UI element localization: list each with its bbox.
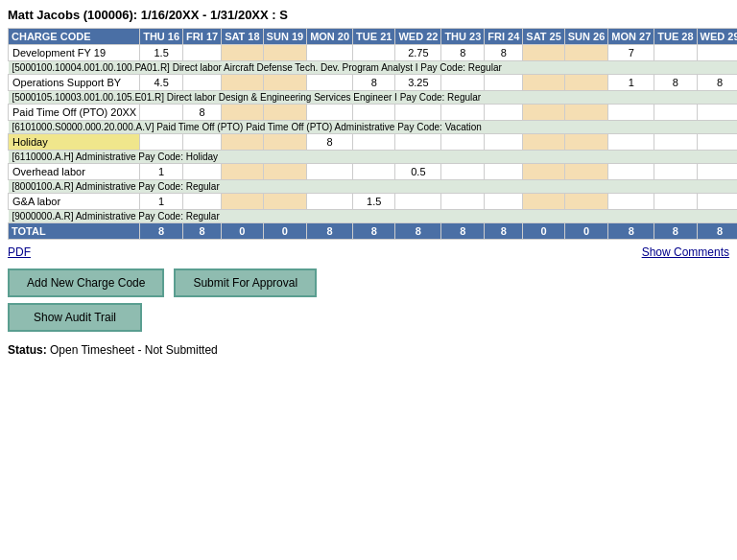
time-cell[interactable]: 1 [608,75,654,91]
time-cell[interactable] [353,45,395,61]
time-cell[interactable] [222,75,263,91]
time-cell[interactable] [263,45,307,61]
show-comments-link[interactable]: Show Comments [642,245,729,259]
time-cell[interactable] [263,75,307,91]
time-cell[interactable]: 8 [353,75,395,91]
add-charge-code-button[interactable]: Add New Charge Code [8,268,164,297]
time-cell[interactable] [183,75,222,91]
time-cell[interactable] [222,134,263,151]
time-cell[interactable]: 1.5 [140,45,183,61]
time-cell[interactable] [441,164,485,180]
time-cell[interactable]: 8 [485,45,523,61]
time-cell[interactable] [183,134,222,151]
time-cell[interactable] [654,194,697,210]
time-cell[interactable] [523,164,564,180]
time-cell[interactable] [263,105,307,121]
time-cell[interactable]: 7 [608,45,654,61]
time-cell[interactable]: 2.75 [395,45,441,61]
time-cell[interactable]: 8 [307,134,353,151]
time-cell[interactable] [564,45,608,61]
total-label: TOTAL [9,223,140,240]
time-cell[interactable] [654,105,697,121]
col-header-WED22: WED 22 [395,29,441,45]
time-cell[interactable] [654,164,697,180]
time-cell[interactable] [564,134,608,151]
time-cell[interactable] [441,134,485,151]
time-cell[interactable] [564,194,608,210]
pdf-link[interactable]: PDF [8,245,31,259]
time-cell[interactable]: 8 [183,105,222,121]
table-header: CHARGE CODETHU 16FRI 17SAT 18SUN 19MON 2… [9,29,738,45]
time-cell[interactable]: 8 [697,75,737,91]
time-cell[interactable] [485,105,523,121]
time-cell[interactable]: 3.25 [395,75,441,91]
time-cell[interactable] [697,164,737,180]
time-cell[interactable] [263,134,307,151]
show-audit-trail-button[interactable]: Show Audit Trail [8,303,142,332]
col-header-SUN26: SUN 26 [564,29,608,45]
time-cell[interactable] [222,45,263,61]
total-cell: 0 [564,223,608,240]
time-cell[interactable] [608,105,654,121]
time-cell[interactable]: 1.5 [353,194,395,210]
time-cell[interactable] [307,164,353,180]
table-row: Paid Time Off (PTO) 20XX88 [9,105,738,121]
time-cell[interactable] [564,75,608,91]
time-cell[interactable] [485,164,523,180]
time-cell[interactable]: 4.5 [140,75,183,91]
time-cell[interactable] [654,45,697,61]
col-header-charge-code: CHARGE CODE [9,29,140,45]
time-cell[interactable] [564,164,608,180]
time-cell[interactable] [353,134,395,151]
table-row: [8000100.A.R] Administrative Pay Code: R… [9,180,738,194]
time-cell[interactable] [485,75,523,91]
time-cell[interactable] [485,134,523,151]
submit-approval-button[interactable]: Submit For Approval [174,268,317,297]
time-cell[interactable] [307,75,353,91]
time-cell[interactable] [441,75,485,91]
time-cell[interactable] [307,105,353,121]
time-cell[interactable] [608,134,654,151]
time-cell[interactable] [523,194,564,210]
time-cell[interactable] [140,134,183,151]
time-cell[interactable] [608,194,654,210]
time-cell[interactable] [395,134,441,151]
time-cell[interactable] [485,194,523,210]
time-cell[interactable] [263,194,307,210]
time-cell[interactable]: 8 [441,45,485,61]
time-cell[interactable] [441,194,485,210]
time-cell[interactable]: 1 [140,164,183,180]
time-cell[interactable] [697,45,737,61]
time-cell[interactable] [654,134,697,151]
audit-trail-row: Show Audit Trail [8,303,729,332]
time-cell[interactable] [353,105,395,121]
time-cell[interactable] [353,164,395,180]
time-cell[interactable] [183,45,222,61]
time-cell[interactable] [222,105,263,121]
time-cell[interactable] [307,194,353,210]
time-cell[interactable] [222,194,263,210]
time-cell[interactable]: 1 [140,194,183,210]
time-cell[interactable] [523,45,564,61]
time-cell[interactable] [222,164,263,180]
time-cell[interactable] [523,105,564,121]
time-cell[interactable] [140,105,183,121]
time-cell[interactable] [307,45,353,61]
time-cell[interactable]: 0.5 [395,164,441,180]
time-cell[interactable] [608,164,654,180]
time-cell[interactable] [395,105,441,121]
time-cell[interactable] [564,105,608,121]
time-cell[interactable] [697,194,737,210]
time-cell[interactable] [523,134,564,151]
charge-code-cell: Development FY 19 [9,45,140,61]
time-cell[interactable] [523,75,564,91]
time-cell[interactable] [441,105,485,121]
time-cell[interactable] [263,164,307,180]
time-cell[interactable] [697,134,737,151]
time-cell[interactable] [697,105,737,121]
time-cell[interactable]: 8 [654,75,697,91]
total-cell: 8 [140,223,183,240]
time-cell[interactable] [183,164,222,180]
time-cell[interactable] [395,194,441,210]
time-cell[interactable] [183,194,222,210]
